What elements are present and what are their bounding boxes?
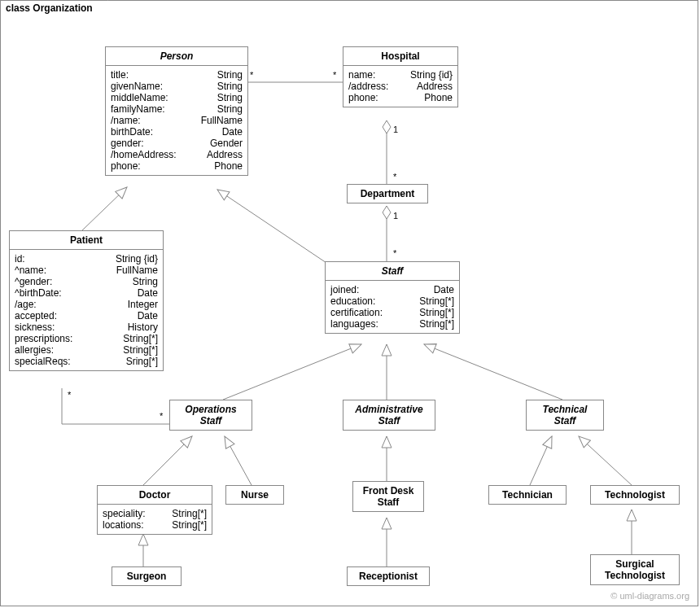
attr-name: phone:	[111, 160, 141, 172]
svg-line-8	[143, 436, 192, 485]
attr-name: givenName:	[111, 81, 163, 92]
attr-type: FullName	[116, 265, 158, 276]
class-title: Operations Staff	[170, 400, 252, 430]
svg-line-7	[424, 344, 562, 400]
class-title-line: Staff	[528, 415, 602, 426]
class-surgeon: Surgeon	[112, 566, 182, 586]
mult-label: *	[333, 70, 336, 80]
attr-name: gender:	[111, 138, 144, 149]
mult-label: 1	[393, 125, 398, 134]
class-department: Department	[347, 184, 428, 203]
class-doctor: Doctor speciality:String[*] locations:St…	[97, 485, 212, 535]
attr-type: Phone	[214, 160, 243, 172]
attr-type: String[*]	[172, 508, 207, 519]
attr-name: ^name:	[15, 265, 46, 276]
class-technologist: Technologist	[590, 485, 680, 505]
class-attrs: joined:Date education:String[*] certific…	[326, 280, 459, 333]
class-title-line: Staff	[172, 415, 250, 426]
attr-type: Address	[207, 149, 243, 160]
attr-type: History	[128, 321, 158, 333]
frame-title: class Organization	[0, 0, 108, 15]
class-title: Surgeon	[112, 567, 181, 585]
class-title: Technical Staff	[527, 400, 603, 430]
class-administrative-staff: Administrative Staff	[343, 400, 435, 431]
attr-type: String	[133, 276, 158, 287]
class-title-line: Technologist	[593, 570, 677, 581]
attr-type: String[*]	[419, 318, 454, 330]
attr-type: String	[217, 69, 243, 81]
class-attrs: title:String givenName:String middleName…	[106, 65, 247, 175]
attr-name: prescriptions:	[15, 333, 72, 344]
attr-name: familyName:	[111, 103, 165, 115]
attr-name: sickness:	[15, 321, 55, 333]
attr-type: Date	[138, 310, 158, 321]
attr-name: accepted:	[15, 310, 57, 321]
class-title-line: Administrative	[345, 404, 433, 415]
attr-type: Phone	[424, 92, 453, 103]
attr-type: Date	[138, 287, 158, 299]
organization-frame: class Organization	[0, 0, 698, 606]
class-attrs: speciality:String[*] locations:String[*]	[98, 504, 212, 534]
attr-name: middleName:	[111, 92, 168, 103]
attr-type: Sring[*]	[126, 356, 158, 367]
class-hospital: Hospital name:String {id} /address:Addre…	[343, 46, 458, 107]
class-title: Receptionist	[348, 567, 429, 585]
class-patient: Patient id:String {id} ^name:FullName ^g…	[9, 230, 164, 371]
attr-name: locations:	[103, 519, 144, 531]
attr-type: String[*]	[419, 307, 454, 318]
attr-name: title:	[111, 69, 129, 81]
attr-type: Date	[222, 126, 243, 138]
svg-line-12	[579, 436, 632, 485]
watermark: © uml-diagrams.org	[610, 591, 689, 601]
attr-type: String	[217, 103, 243, 115]
mult-label: *	[160, 411, 163, 421]
attr-name: /name:	[111, 115, 141, 126]
attr-type: String	[217, 81, 243, 92]
attr-name: specialReqs:	[15, 356, 71, 367]
attr-type: String[*]	[419, 295, 454, 307]
attr-name: education:	[330, 295, 375, 307]
mult-label: *	[393, 172, 396, 182]
class-receptionist: Receptionist	[347, 566, 430, 586]
attr-name: speciality:	[103, 508, 146, 519]
attr-name: phone:	[348, 92, 378, 103]
mult-label: *	[250, 70, 253, 80]
class-title: Surgical Technologist	[591, 555, 679, 584]
class-attrs: id:String {id} ^name:FullName ^gender:St…	[10, 249, 163, 370]
class-title: Patient	[10, 231, 163, 249]
class-staff: Staff joined:Date education:String[*] ce…	[325, 261, 460, 334]
attr-type: Gender	[210, 138, 243, 149]
svg-line-9	[225, 436, 252, 485]
attr-type: Address	[417, 81, 453, 92]
attr-type: String {id}	[116, 253, 158, 265]
class-title-line: Surgical	[593, 558, 677, 570]
class-surgical-technologist: Surgical Technologist	[590, 554, 680, 585]
class-title: Staff	[326, 262, 459, 280]
attr-name: id:	[15, 253, 25, 265]
class-technician: Technician	[488, 485, 567, 505]
attr-type: Integer	[128, 299, 158, 310]
attr-name: birthDate:	[111, 126, 153, 138]
attr-name: joined:	[330, 284, 359, 295]
class-front-desk-staff: Front Desk Staff	[352, 481, 424, 512]
class-technical-staff: Technical Staff	[526, 400, 604, 431]
attr-name: /homeAddress:	[111, 149, 177, 160]
class-title-line: Technical	[528, 404, 602, 415]
class-title: Person	[106, 47, 247, 65]
attr-type: String[*]	[123, 344, 158, 356]
class-title-line: Front Desk	[355, 485, 422, 496]
attr-name: /address:	[348, 81, 388, 92]
svg-line-11	[530, 436, 552, 485]
attr-type: String[*]	[123, 333, 158, 344]
mult-label: *	[68, 390, 71, 400]
attr-type: FullName	[201, 115, 243, 126]
class-title: Technician	[489, 486, 566, 504]
attr-name: ^gender:	[15, 276, 52, 287]
attr-name: languages:	[330, 318, 378, 330]
class-title: Department	[348, 185, 427, 203]
class-title-line: Staff	[345, 415, 433, 426]
class-title: Hospital	[343, 47, 457, 65]
class-title-line: Staff	[355, 496, 422, 508]
attr-type: String {id}	[410, 69, 453, 81]
attr-type: Date	[434, 284, 454, 295]
